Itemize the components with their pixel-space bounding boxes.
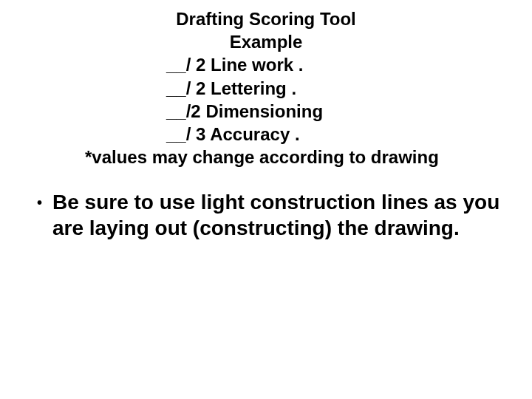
footnote: *values may change according to drawing [30,146,502,168]
instruction-bullet: • Be sure to use light construction line… [30,189,502,241]
scoring-tool-header: Drafting Scoring Tool Example __/ 2 Line… [30,7,502,168]
score-line-lettering: __/ 2 Lettering . [30,77,502,100]
score-line-linework: __/ 2 Line work . [30,53,502,76]
score-line-accuracy: __/ 3 Accuracy . [30,123,502,146]
bullet-marker-icon: • [37,194,42,212]
title-line-1: Drafting Scoring Tool [30,7,502,30]
bullet-row: • Be sure to use light construction line… [37,189,502,241]
title-line-2: Example [30,30,502,53]
bullet-text: Be sure to use light construction lines … [52,189,502,241]
score-line-dimensioning: __/2 Dimensioning [30,100,502,123]
